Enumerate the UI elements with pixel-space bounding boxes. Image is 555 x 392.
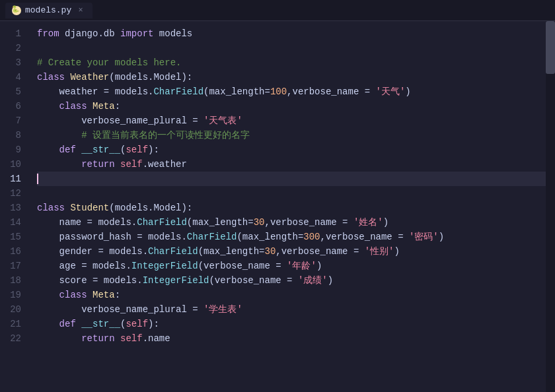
tab-models-py[interactable]: models.py × <box>5 3 92 18</box>
code-line: class Weather(models.Model): <box>37 70 546 84</box>
code-line: def __str__(self): <box>37 317 546 331</box>
code-line-active <box>37 172 546 186</box>
line-num: 20 <box>5 302 21 317</box>
code-line: class Meta: <box>37 288 546 302</box>
tab-close-button[interactable]: × <box>75 5 86 16</box>
line-num: 16 <box>5 244 21 259</box>
code-content[interactable]: from django.db import models # Create yo… <box>32 21 546 392</box>
code-line: name = models.CharField(max_length=30,ve… <box>37 215 546 230</box>
line-num: 17 <box>5 259 21 273</box>
line-num: 19 <box>5 288 21 302</box>
scrollbar-thumb[interactable] <box>546 21 555 74</box>
code-line: weather = models.CharField(max_length=10… <box>37 84 546 99</box>
line-num: 18 <box>5 273 21 288</box>
code-line: class Meta: <box>37 99 546 114</box>
line-num: 10 <box>5 157 21 172</box>
line-num: 8 <box>5 128 21 143</box>
line-num: 11 <box>5 172 21 186</box>
titlebar: models.py × <box>0 0 555 21</box>
python-icon <box>12 6 21 15</box>
code-line: verbose_name_plural = '学生表' <box>37 302 546 317</box>
code-line <box>37 41 546 55</box>
line-num: 15 <box>5 230 21 244</box>
line-num: 12 <box>5 186 21 201</box>
code-line: return self.weather <box>37 157 546 172</box>
line-num: 6 <box>5 99 21 114</box>
line-numbers: 1 2 3 4 5 6 7 8 9 10 11 12 13 14 15 16 1… <box>0 21 32 392</box>
code-line: # Create your models here. <box>37 55 546 70</box>
code-line: def __str__(self): <box>37 143 546 157</box>
line-num: 1 <box>5 26 21 41</box>
code-line: verbose_name_plural = '天气表' <box>37 114 546 128</box>
text-cursor <box>37 174 38 184</box>
code-line: class Student(models.Model): <box>37 201 546 215</box>
code-line: age = models.IntegerField(verbose_name =… <box>37 259 546 273</box>
line-num: 3 <box>5 55 21 70</box>
line-num: 7 <box>5 114 21 128</box>
line-num: 5 <box>5 84 21 99</box>
editor: 1 2 3 4 5 6 7 8 9 10 11 12 13 14 15 16 1… <box>0 21 555 392</box>
line-num: 22 <box>5 331 21 346</box>
code-line: score = models.IntegerField(verbose_name… <box>37 273 546 288</box>
code-line: password_hash = models.CharField(max_len… <box>37 230 546 244</box>
scrollbar-track[interactable] <box>546 21 555 392</box>
code-line <box>37 186 546 201</box>
code-line: return self.name <box>37 331 546 346</box>
code-line: from django.db import models <box>37 26 546 41</box>
code-area: 1 2 3 4 5 6 7 8 9 10 11 12 13 14 15 16 1… <box>0 21 546 392</box>
line-num: 2 <box>5 41 21 55</box>
code-line: gender = models.CharField(max_length=30,… <box>37 244 546 259</box>
line-num: 9 <box>5 143 21 157</box>
line-num: 14 <box>5 215 21 230</box>
code-line: # 设置当前表名的一个可读性更好的名字 <box>37 128 546 143</box>
tab-filename: models.py <box>25 5 71 15</box>
line-num: 13 <box>5 201 21 215</box>
line-num: 21 <box>5 317 21 331</box>
line-num: 4 <box>5 70 21 84</box>
